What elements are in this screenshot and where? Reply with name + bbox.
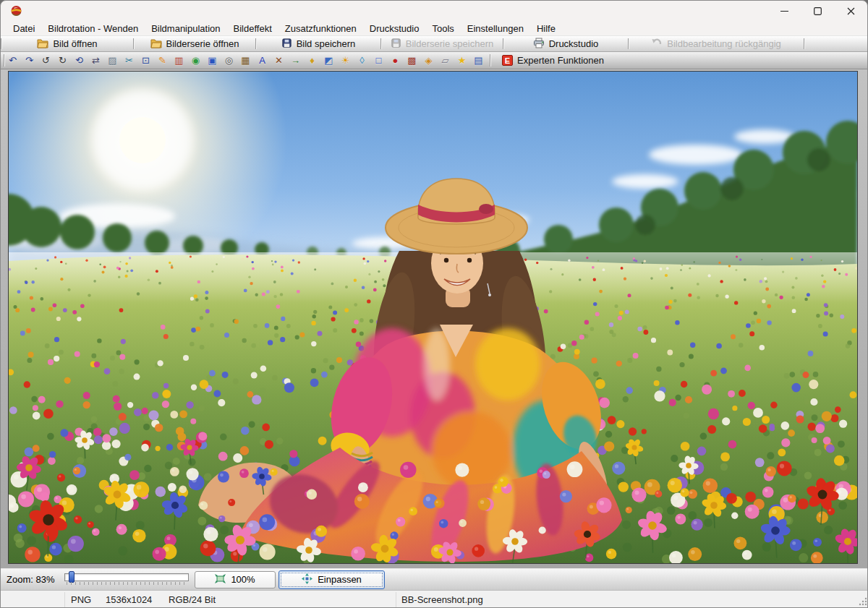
printer-icon <box>533 38 545 51</box>
status-bar: PNG 1536x1024 RGB/24 Bit BB-Screenshot.p… <box>1 590 868 608</box>
expert-functions-label: Experten Funktionen <box>517 55 604 66</box>
color-adjust-icon[interactable]: ◉ <box>190 53 202 67</box>
zoom-label: Zoom: 83% <box>7 574 64 585</box>
app-window: DateiBildrotation - WendenBildmanipulati… <box>0 0 868 608</box>
menu-bar: DateiBildrotation - WendenBildmanipulati… <box>1 21 867 35</box>
zoom-slider[interactable] <box>64 573 189 581</box>
bildbearbeitung-rückgängig-button: Bildbearbeitung rückgängig <box>629 36 804 51</box>
red-eye-icon[interactable]: ● <box>389 53 401 67</box>
cut-icon[interactable]: ✂ <box>123 53 135 67</box>
favorites-icon[interactable]: ★ <box>456 53 468 67</box>
save-icon <box>281 38 292 51</box>
menu-item-zusatzfunktionen[interactable]: Zusatzfunktionen <box>278 22 363 35</box>
menu-item-bildmanipulation[interactable]: Bildmanipulation <box>145 22 226 35</box>
app-logo-icon <box>10 5 22 17</box>
gift-icon[interactable]: ◈ <box>422 53 435 67</box>
expert-functions-button[interactable]: EExperten Funktionen <box>502 55 604 66</box>
druckstudio-button[interactable]: Druckstudio <box>503 36 628 51</box>
batch-icon[interactable]: ▤ <box>472 53 485 67</box>
crop-icon[interactable]: ⊡ <box>140 53 152 67</box>
editor-canvas <box>1 69 868 568</box>
rotate-cw-icon[interactable]: ↻ <box>56 53 69 67</box>
close-icon[interactable] <box>834 1 867 21</box>
histogram-icon[interactable]: ▥ <box>173 53 185 67</box>
status-filename: BB-Screenshot.png <box>401 594 483 605</box>
maximize-icon[interactable] <box>801 1 834 21</box>
photo-image[interactable] <box>8 71 858 564</box>
bilderserie-speichern-button: Bilderserie speichern <box>381 36 503 51</box>
minimize-icon[interactable] <box>767 1 801 21</box>
insert-image-icon[interactable]: → <box>289 53 302 67</box>
rotate-180-icon[interactable]: ⟲ <box>73 53 85 67</box>
menu-item-einstellungen[interactable]: Einstellungen <box>461 22 530 35</box>
expert-badge-icon: E <box>502 55 513 66</box>
status-format: PNG <box>71 594 91 605</box>
folder-open-icon <box>37 38 48 51</box>
original-size-icon <box>215 574 226 586</box>
mirror-horizontal-icon[interactable]: ⇄ <box>90 53 102 67</box>
menu-item-druckstudio[interactable]: Druckstudio <box>363 22 426 35</box>
zoom-slider-thumb[interactable] <box>69 571 75 583</box>
rotate-right-icon[interactable]: ↷ <box>23 53 35 67</box>
copy-icon[interactable]: ▱ <box>439 53 451 67</box>
picture-frame-icon[interactable]: ▩ <box>406 53 418 67</box>
menu-item-bildrotation-wenden[interactable]: Bildrotation - Wenden <box>41 22 145 35</box>
title-bar <box>1 1 867 21</box>
camera-icon[interactable]: ◎ <box>223 53 235 67</box>
menu-item-bildeffekt[interactable]: Bildeffekt <box>227 22 278 35</box>
magic-wand-icon[interactable]: ✎ <box>156 53 169 67</box>
airbrush-icon[interactable]: ◊ <box>356 53 368 67</box>
ink-pen-icon[interactable]: ♦ <box>306 53 318 67</box>
fit-icon <box>302 573 312 586</box>
fit-button[interactable]: Einpassen <box>278 570 385 589</box>
status-color-mode: RGB/24 Bit <box>169 594 216 605</box>
menu-item-hilfe[interactable]: Hilfe <box>530 22 562 35</box>
window-controls <box>767 1 867 21</box>
retouch-tool-icon[interactable]: ✕ <box>273 53 285 67</box>
icon-toolbar: ↶↷↺↻⟲⇄▨✂⊡✎▥◉▣◎▦A✕→♦◩☀◊□●▩◈▱★▤EExperten F… <box>1 52 867 69</box>
bild-speichern-button[interactable]: Bild speichern <box>256 36 380 51</box>
rotate-left-icon[interactable]: ↶ <box>7 53 19 67</box>
status-dimensions: 1536x1024 <box>106 594 152 605</box>
thumbnail-icon[interactable]: ▦ <box>239 53 252 67</box>
text-tool-icon[interactable]: A <box>256 53 268 67</box>
resize-grip-icon[interactable] <box>859 597 867 608</box>
menu-item-datei[interactable]: Datei <box>7 22 41 35</box>
bilderserie-öffnen-button[interactable]: Bilderserie öffnen <box>134 36 255 51</box>
image-frame-icon[interactable]: ▣ <box>206 53 218 67</box>
sharpen-icon[interactable]: ▨ <box>106 53 119 67</box>
save-multiple-icon <box>391 38 401 51</box>
rotate-ccw-icon[interactable]: ↺ <box>40 53 52 67</box>
brightness-icon[interactable]: ☀ <box>339 53 352 67</box>
frame-tool-icon[interactable]: □ <box>373 53 385 67</box>
zoom-100-button[interactable]: 100% <box>195 571 276 588</box>
zoom-toolbar: Zoom: 83% 100% Einpassen <box>1 568 868 590</box>
folder-open-icon <box>150 38 162 51</box>
menu-item-tools[interactable]: Tools <box>425 22 460 35</box>
main-toolbar: Bild öffnenBilderserie öffnenBild speich… <box>1 35 867 52</box>
effect-image-icon[interactable]: ◩ <box>323 53 335 67</box>
undo-icon <box>651 38 663 51</box>
bild-öffnen-button[interactable]: Bild öffnen <box>1 36 133 51</box>
